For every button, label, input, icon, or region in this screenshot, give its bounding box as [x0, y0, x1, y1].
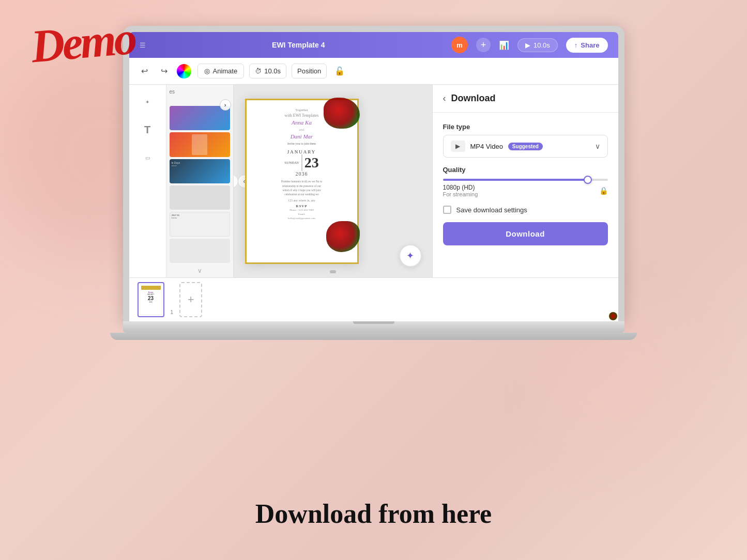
share-label: Share — [581, 41, 599, 49]
panel-label: es — [170, 88, 230, 96]
canvas-nav-right[interactable]: › — [234, 175, 238, 188]
play-icon: ▶ — [525, 41, 530, 49]
card-body-text: Promise humanis in dLow we Nu torelation… — [281, 179, 322, 196]
card-roses-top — [324, 98, 360, 129]
thumbnail-panel: es › le Days — [166, 85, 234, 277]
thumbnail-item-3[interactable]: le Days atism! — [170, 159, 230, 183]
thumbnail-item-1[interactable] — [170, 106, 230, 130]
play-duration: 10.0s — [533, 41, 550, 49]
pro-lock-icon: 🔒 — [599, 186, 608, 195]
suggested-badge: Suggested — [508, 143, 543, 150]
file-type-label: File type — [443, 123, 608, 131]
download-panel: ‹ Download File type — [432, 85, 618, 277]
left-sidebar: ✦ T ▭ — [129, 85, 166, 277]
text-icon: T — [144, 124, 150, 136]
quality-section: Quality 1080p (HD) — [443, 166, 608, 197]
card-name2: Dani Mar — [291, 133, 313, 141]
card-roses-bottom — [326, 221, 360, 252]
canva-header: ☰ EWI Template 4 m + 📊 ▶ 10.0s ↑ Share — [129, 32, 618, 58]
card-address: 123 any where in, any — [288, 199, 315, 202]
add-collaborator-button[interactable]: + — [476, 38, 491, 52]
file-type-name: MP4 Video — [470, 143, 503, 150]
share-button[interactable]: ↑ Share — [566, 38, 608, 53]
laptop-base — [123, 321, 624, 333]
hamburger-icon[interactable]: ☰ — [140, 41, 146, 49]
toolbar-center: ◎ Animate ⏱ 10.0s Position 🔓 — [197, 64, 610, 79]
card-month: JANUARY — [287, 149, 316, 154]
editor-main: ✦ T ▭ es › — [129, 85, 618, 277]
laptop-foot — [110, 333, 637, 340]
quality-info: 1080p (HD) For streaming 🔒 — [443, 184, 608, 197]
quality-track — [443, 179, 608, 181]
card-year: 2036 — [296, 171, 308, 177]
animate-icon: ◎ — [204, 67, 210, 75]
laptop-screen-outer: ☰ EWI Template 4 m + 📊 ▶ 10.0s ↑ Share — [123, 26, 624, 321]
undo-button[interactable]: ↩ — [138, 64, 152, 79]
thumbnail-item-5[interactable]: JULY 16 forma — [170, 212, 230, 237]
panel-nav-right[interactable]: › — [220, 99, 231, 111]
position-button[interactable]: Position — [292, 64, 327, 79]
file-type-section: File type ▶ MP4 Video Suggested — [443, 123, 608, 158]
scroll-down-indicator: ∨ — [170, 267, 230, 274]
file-type-left: ▶ MP4 Video Suggested — [451, 141, 543, 152]
canvas-area[interactable]: ‹ › Together with EWI Templates — [234, 85, 432, 277]
back-button[interactable]: ‹ — [443, 93, 446, 104]
analytics-button[interactable]: 📊 — [499, 40, 509, 50]
sidebar-item-shapes[interactable]: ▭ — [134, 145, 160, 170]
lock-button[interactable]: 🔓 — [332, 64, 347, 79]
laptop-screen: ☰ EWI Template 4 m + 📊 ▶ 10.0s ↑ Share — [129, 32, 618, 321]
file-type-selector[interactable]: ▶ MP4 Video Suggested ∨ — [443, 135, 608, 158]
quality-resolution-info: 1080p (HD) For streaming — [443, 184, 478, 197]
preview-play-button[interactable]: ▶ 10.0s — [517, 38, 558, 52]
animate-label: Animate — [213, 67, 238, 75]
canvas-scroll-indicator — [330, 270, 336, 273]
elements-icon: ✦ — [145, 99, 149, 105]
card-with-templates: with EWI Templates — [285, 113, 319, 118]
card-together-text: Together — [295, 108, 308, 112]
toolbar: ↩ ↪ ◎ Animate ⏱ 10.0s Position — [129, 58, 618, 85]
quality-resolution: 1080p (HD) — [443, 184, 478, 191]
add-page-button[interactable]: + — [179, 282, 202, 317]
quality-thumb[interactable] — [584, 176, 592, 184]
toolbar-left: ↩ ↪ — [138, 64, 191, 79]
save-settings-checkbox[interactable] — [443, 206, 451, 214]
card-date-row: SUNDAY 23 — [284, 154, 319, 171]
card-rsvp: RSVP — [296, 204, 307, 208]
share-icon: ↑ — [574, 41, 578, 49]
redo-button[interactable]: ↪ — [157, 64, 172, 79]
page-1-thumbnail[interactable]: Anna JANUARY 23 2036 — [138, 282, 164, 317]
quality-label: Quality — [443, 166, 608, 174]
laptop-notch — [353, 321, 394, 324]
thumbnail-item-6[interactable] — [170, 239, 230, 263]
shapes-icon: ▭ — [145, 155, 150, 161]
page-strip: Anna JANUARY 23 2036 1 + — [129, 277, 618, 321]
wedding-invitation-card: Together with EWI Templates Anna Ka and … — [245, 99, 359, 264]
card-contact: Phone: +123-456-7899Email:hello@reallygr… — [288, 208, 315, 221]
animate-button[interactable]: ◎ Animate — [197, 64, 245, 79]
thumbnail-item-2[interactable] — [170, 132, 230, 157]
save-settings-row: Save download settings — [443, 206, 608, 214]
quality-streaming: For streaming — [443, 191, 478, 197]
user-avatar: m — [451, 37, 468, 53]
time-button[interactable]: ⏱ 10.0s — [249, 64, 286, 79]
card-names: Anna Ka — [292, 119, 312, 127]
mp4-icon: ▶ — [455, 143, 460, 150]
chevron-down-icon: ∨ — [595, 142, 600, 150]
demo-watermark: Demo — [29, 11, 136, 73]
download-button[interactable]: Download — [443, 222, 608, 245]
color-picker[interactable] — [177, 64, 191, 79]
sidebar-item-elements[interactable]: ✦ — [134, 89, 160, 115]
download-from-here-text: Download from here — [255, 499, 492, 529]
save-settings-label: Save download settings — [456, 206, 527, 214]
thumbnail-item-4[interactable] — [170, 185, 230, 210]
video-icon: ▶ — [451, 141, 465, 152]
clock-icon: ⏱ — [255, 67, 262, 75]
download-header: ‹ Download — [433, 85, 618, 113]
download-panel-title: Download — [451, 93, 496, 104]
magic-button[interactable]: ✦ — [399, 244, 422, 267]
card-and-divider: and — [299, 128, 304, 132]
card-day-number: 23 — [301, 154, 319, 171]
card-invite-text: Invite you to join them — [287, 142, 316, 145]
template-title: EWI Template 4 — [154, 41, 444, 49]
sidebar-item-text[interactable]: T — [134, 117, 160, 143]
